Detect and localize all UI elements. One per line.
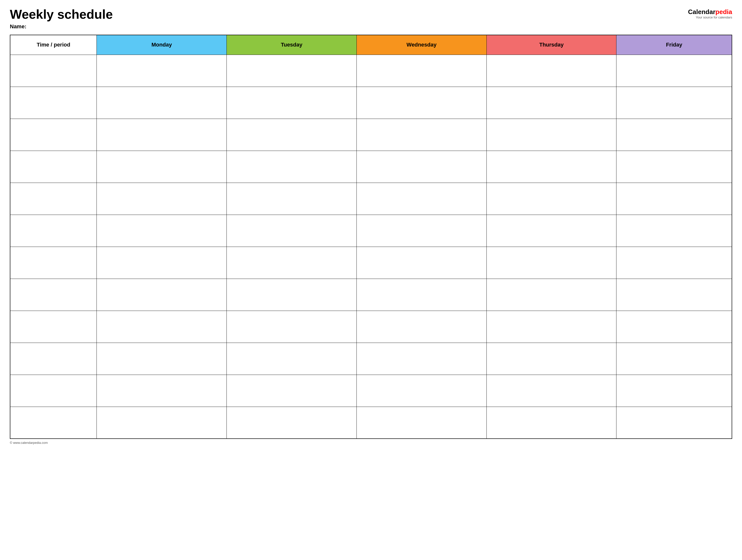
table-row [10, 55, 732, 87]
table-cell[interactable] [227, 343, 357, 375]
table-cell[interactable] [97, 87, 227, 119]
table-cell[interactable] [10, 215, 97, 247]
col-header-wednesday: Wednesday [357, 35, 486, 55]
table-cell[interactable] [10, 311, 97, 343]
table-cell[interactable] [486, 343, 617, 375]
table-cell[interactable] [357, 87, 486, 119]
table-cell[interactable] [97, 183, 227, 215]
table-cell[interactable] [357, 55, 486, 87]
table-cell[interactable] [486, 375, 617, 407]
table-row [10, 407, 732, 439]
table-cell[interactable] [227, 151, 357, 183]
page-title: Weekly schedule [10, 7, 113, 21]
col-header-friday: Friday [617, 35, 732, 55]
table-row [10, 375, 732, 407]
table-cell[interactable] [227, 183, 357, 215]
col-header-tuesday: Tuesday [227, 35, 357, 55]
table-cell[interactable] [227, 247, 357, 279]
table-cell[interactable] [227, 119, 357, 151]
table-cell[interactable] [486, 55, 617, 87]
table-cell[interactable] [486, 87, 617, 119]
logo-area: Calendarpedia Your source for calendars [688, 9, 732, 19]
col-header-time: Time / period [10, 35, 97, 55]
table-cell[interactable] [10, 279, 97, 311]
table-row [10, 119, 732, 151]
table-cell[interactable] [486, 215, 617, 247]
table-cell[interactable] [486, 407, 617, 439]
table-cell[interactable] [97, 375, 227, 407]
table-cell[interactable] [97, 311, 227, 343]
table-cell[interactable] [486, 311, 617, 343]
table-cell[interactable] [97, 247, 227, 279]
table-cell[interactable] [357, 375, 486, 407]
table-cell[interactable] [227, 407, 357, 439]
table-cell[interactable] [617, 151, 732, 183]
table-cell[interactable] [357, 183, 486, 215]
title-area: Weekly schedule Name: [10, 7, 113, 30]
table-cell[interactable] [486, 119, 617, 151]
table-cell[interactable] [357, 311, 486, 343]
table-cell[interactable] [97, 151, 227, 183]
table-cell[interactable] [617, 311, 732, 343]
table-cell[interactable] [10, 151, 97, 183]
table-cell[interactable] [486, 279, 617, 311]
name-label: Name: [10, 23, 113, 30]
table-cell[interactable] [617, 87, 732, 119]
table-cell[interactable] [617, 407, 732, 439]
table-cell[interactable] [357, 343, 486, 375]
schedule-table: Time / period Monday Tuesday Wednesday T… [10, 35, 732, 439]
table-row [10, 247, 732, 279]
table-row [10, 343, 732, 375]
logo-pedia: pedia [716, 8, 732, 15]
table-cell[interactable] [227, 87, 357, 119]
table-cell[interactable] [10, 119, 97, 151]
table-cell[interactable] [617, 119, 732, 151]
table-cell[interactable] [10, 247, 97, 279]
table-cell[interactable] [227, 375, 357, 407]
col-header-thursday: Thursday [486, 35, 617, 55]
table-cell[interactable] [97, 407, 227, 439]
table-cell[interactable] [97, 343, 227, 375]
table-row [10, 311, 732, 343]
table-cell[interactable] [357, 279, 486, 311]
table-cell[interactable] [617, 183, 732, 215]
table-row [10, 183, 732, 215]
table-cell[interactable] [97, 279, 227, 311]
col-header-monday: Monday [97, 35, 227, 55]
footer: © www.calendarpedia.com [10, 441, 732, 445]
table-cell[interactable] [10, 407, 97, 439]
table-cell[interactable] [10, 183, 97, 215]
table-cell[interactable] [227, 55, 357, 87]
table-cell[interactable] [10, 55, 97, 87]
table-cell[interactable] [97, 119, 227, 151]
table-cell[interactable] [617, 343, 732, 375]
table-cell[interactable] [227, 215, 357, 247]
table-cell[interactable] [617, 55, 732, 87]
logo-calendar: Calendar [688, 8, 716, 15]
table-cell[interactable] [357, 119, 486, 151]
table-cell[interactable] [486, 151, 617, 183]
table-cell[interactable] [97, 55, 227, 87]
table-cell[interactable] [227, 279, 357, 311]
table-cell[interactable] [10, 343, 97, 375]
table-cell[interactable] [357, 247, 486, 279]
table-cell[interactable] [617, 279, 732, 311]
table-cell[interactable] [357, 407, 486, 439]
table-cell[interactable] [617, 215, 732, 247]
logo-text: Calendarpedia [688, 9, 732, 15]
table-row [10, 215, 732, 247]
table-cell[interactable] [10, 87, 97, 119]
table-cell[interactable] [10, 375, 97, 407]
table-cell[interactable] [97, 215, 227, 247]
table-cell[interactable] [617, 247, 732, 279]
table-cell[interactable] [357, 151, 486, 183]
page-header: Weekly schedule Name: Calendarpedia Your… [10, 7, 732, 30]
table-cell[interactable] [617, 375, 732, 407]
table-cell[interactable] [357, 215, 486, 247]
table-cell[interactable] [486, 247, 617, 279]
table-row [10, 279, 732, 311]
table-cell[interactable] [486, 183, 617, 215]
logo-tagline: Your source for calendars [696, 15, 732, 19]
table-cell[interactable] [227, 311, 357, 343]
table-row [10, 151, 732, 183]
